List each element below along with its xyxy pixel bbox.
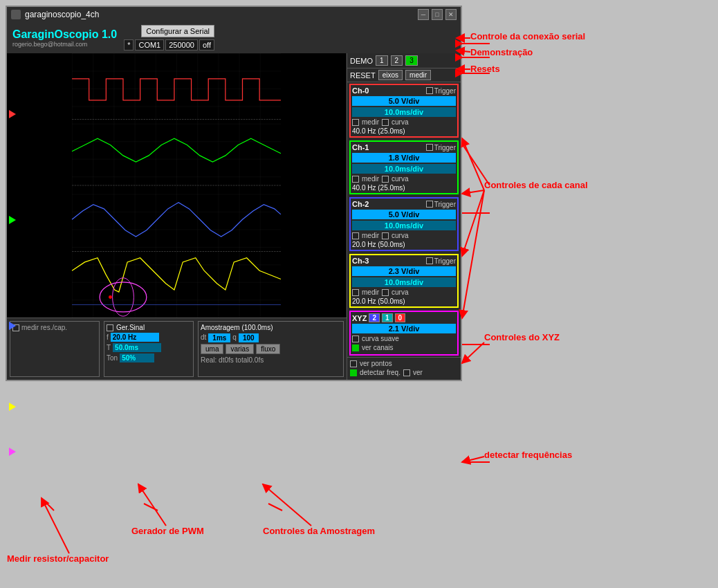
ann-medir-rc: Medir resistor/capacitor (7, 553, 109, 564)
ann-resets: Resets (470, 64, 500, 74)
detectar-freq-dot (350, 369, 357, 376)
freq-label: f (107, 333, 109, 341)
reset-medir-button[interactable]: medir (405, 70, 431, 80)
fluxo-button[interactable]: fluxo (256, 344, 280, 354)
ann-pwm: Gerador de PWM (131, 526, 204, 536)
ver-label: ver (413, 369, 423, 376)
serial-baud: 250000 (165, 39, 198, 50)
svg-line-17 (263, 484, 311, 526)
svg-line-14 (462, 190, 484, 318)
ch0-medir-label: medir (362, 118, 379, 126)
ch3-name: Ch-3 (352, 257, 369, 265)
serial-port: COM1 (135, 39, 164, 50)
dt-input[interactable]: 1ms (208, 333, 230, 342)
period-input[interactable] (113, 343, 161, 352)
xyz-btn-1[interactable]: 1 (382, 313, 393, 322)
ver-checkbox[interactable] (403, 369, 410, 376)
ch0-trigger: Trigger (426, 87, 456, 95)
freq-input[interactable] (111, 333, 159, 342)
ver-pontos-checkbox[interactable] (350, 360, 357, 367)
demo-btn-1[interactable]: 1 (376, 55, 388, 66)
title-bar: garaginoscopio_4ch ─ □ ✕ (7, 7, 461, 22)
ger-sinal-label: Ger.Sinal (116, 324, 145, 331)
ch1-msdiv-input[interactable] (352, 164, 456, 174)
ch0-curva-label: curva (392, 118, 408, 126)
app-title: GaraginOscopio 1.0 (12, 28, 117, 41)
ann-xyz-controls: Controles do XYZ (484, 332, 560, 342)
ch0-vdiv-input[interactable] (352, 96, 456, 106)
app-subtitle: rogerio.bego@hotmail.com (12, 41, 117, 48)
svg-line-19 (42, 498, 69, 553)
grid-svg (7, 53, 346, 318)
ch1-name: Ch-1 (352, 143, 369, 151)
ann-canal-controls: Controles de cada canal (484, 180, 588, 190)
ch2-curva-checkbox[interactable] (382, 232, 389, 239)
svg-point-4 (100, 282, 147, 312)
ch2-msdiv-input[interactable] (352, 221, 456, 230)
xyz-ver-canais-dot (352, 344, 359, 351)
ch3-trigger-checkbox[interactable] (426, 257, 433, 264)
serial-status: off (199, 39, 214, 50)
svg-line-13 (462, 190, 484, 256)
uma-button[interactable]: uma (201, 344, 223, 354)
maximize-button[interactable]: □ (432, 9, 443, 20)
xyz-btn-2[interactable]: 2 (369, 313, 380, 322)
ver-pontos-label: ver pontos (360, 360, 392, 367)
amostragem-box: Amostragem (100.0ms) dt 1ms q 100 uma va… (198, 321, 344, 377)
ch1-trigger-checkbox[interactable] (426, 144, 433, 151)
ch3-vdiv-input[interactable] (352, 266, 456, 276)
right-panel: DEMO 1 2 3 RESET eixos medir Ch-0 Trigge… (347, 53, 461, 380)
ger-sinal-checkbox[interactable] (107, 324, 113, 331)
close-button[interactable]: ✕ (445, 9, 457, 20)
ch1-curva-label: curva (392, 175, 408, 183)
ch1-controls: Ch-1 Trigger medir curva 40.0 Hz (25.0ms… (349, 140, 459, 194)
config-serial-button[interactable]: Configurar a Serial (141, 25, 214, 37)
ch0-medir-checkbox[interactable] (352, 119, 359, 126)
main-window: garaginoscopio_4ch ─ □ ✕ GaraginOscopio … (6, 6, 462, 381)
ch0-msdiv-input[interactable] (352, 107, 456, 117)
ch1-freq: 40.0 Hz (25.0ms) (352, 184, 456, 192)
ch2-name: Ch-2 (352, 200, 369, 208)
bottom-controls: medir res./cap. Ger.Sinal f T (7, 318, 347, 380)
ch2-freq: 20.0 Hz (50.0ms) (352, 241, 456, 248)
ch1-vdiv-input[interactable] (352, 153, 456, 163)
ch1-marker (8, 216, 17, 224)
ch3-medir-checkbox[interactable] (352, 289, 359, 296)
xyz-vdiv-input[interactable] (352, 324, 456, 333)
medir-res-box: medir res./cap. (10, 321, 100, 377)
reset-eixos-button[interactable]: eixos (378, 70, 403, 80)
ch1-medir-checkbox[interactable] (352, 176, 359, 183)
varias-button[interactable]: varias (225, 344, 254, 354)
svg-line-12 (462, 190, 484, 194)
reset-row: RESET eixos medir (347, 68, 461, 82)
ch2-vdiv-input[interactable] (352, 210, 456, 219)
detectar-freq-label: detectar freq. (360, 369, 401, 376)
xyz-curva-suave-checkbox[interactable] (352, 336, 359, 342)
ch0-trigger-checkbox[interactable] (426, 87, 433, 94)
minimize-button[interactable]: ─ (418, 9, 429, 20)
ch0-curva-checkbox[interactable] (382, 119, 389, 126)
ton-input[interactable] (120, 353, 154, 362)
ch2-trigger-checkbox[interactable] (426, 201, 433, 208)
ch2-controls: Ch-2 Trigger medir curva 20.0 Hz (50.0ms… (349, 197, 459, 251)
ch2-medir-checkbox[interactable] (352, 232, 359, 239)
ch2-marker (8, 322, 17, 330)
ch0-freq: 40.0 Hz (25.0ms) (352, 127, 456, 135)
ann-amostragem: Controles da Amostragem (263, 526, 375, 536)
ch3-marker (8, 403, 17, 411)
demo-btn-3[interactable]: 3 (405, 55, 418, 66)
q-input[interactable]: 100 (239, 333, 259, 342)
ch0-name: Ch-0 (352, 86, 369, 95)
ch3-msdiv-input[interactable] (352, 277, 456, 287)
ton-label: Ton (107, 354, 118, 362)
ch3-curva-checkbox[interactable] (382, 289, 389, 296)
content-area: medir res./cap. Ger.Sinal f T (7, 53, 461, 380)
ch2-trigger: Trigger (426, 201, 456, 208)
demo-btn-2[interactable]: 2 (391, 55, 403, 66)
ger-sinal-box: Ger.Sinal f T Ton (104, 321, 194, 377)
ch1-curva-checkbox[interactable] (382, 176, 389, 183)
xyz-btn-0[interactable]: 0 (395, 313, 406, 322)
svg-point-5 (113, 278, 134, 316)
ch3-trigger-label: Trigger (434, 257, 456, 265)
q-label: q (232, 333, 237, 342)
